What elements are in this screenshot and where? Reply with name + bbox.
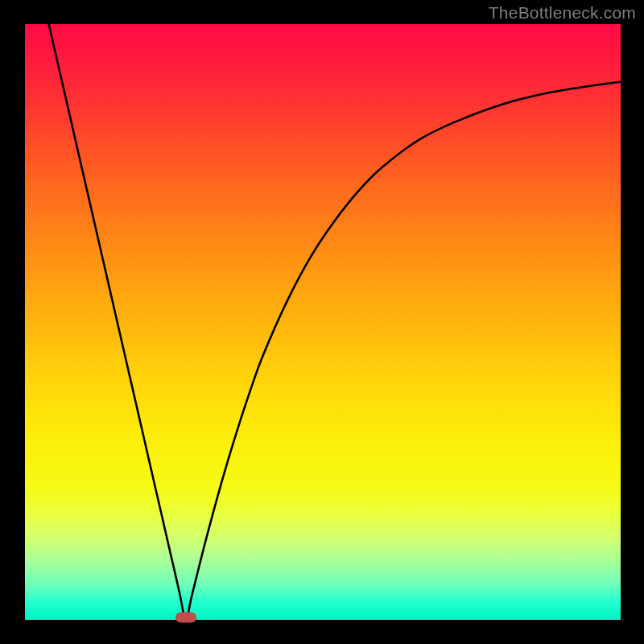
plot-area xyxy=(25,24,621,620)
bottleneck-curve xyxy=(25,24,621,620)
chart-frame: TheBottleneck.com xyxy=(0,0,644,644)
optimal-point-marker xyxy=(175,613,196,623)
watermark-text: TheBottleneck.com xyxy=(489,3,636,23)
